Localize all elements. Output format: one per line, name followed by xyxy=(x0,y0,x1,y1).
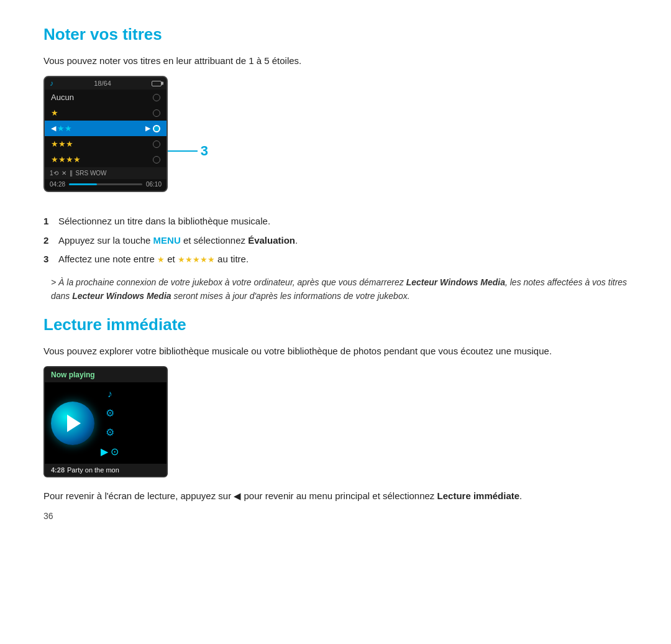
shuffle-icon: ✕ xyxy=(62,170,66,177)
time-total: 06:10 xyxy=(146,181,162,188)
closing-bold-text: Lecture immédiate xyxy=(437,490,520,501)
time-current: 04:28 xyxy=(50,181,65,188)
note-block: > À la prochaine connexion de votre juke… xyxy=(43,275,628,303)
rating-device-screen: ♪ 18/64 Aucun ★ ◀ ★★ ▶ ★★★ ★★★ xyxy=(43,76,168,203)
equalizer-icon: ‖ xyxy=(70,170,73,177)
star-max: ★★★★★ xyxy=(178,255,215,264)
np-play-button xyxy=(51,402,94,445)
track-count: 18/64 xyxy=(94,80,111,87)
np-now-playing-icon: ▶ ⊙ xyxy=(101,446,119,458)
row-label: Aucun xyxy=(51,93,74,102)
step-3: 3 Affectez une note entre ★ et ★★★★★ au … xyxy=(43,252,628,267)
rating-row-4star: ★★★★ xyxy=(45,152,167,167)
np-song-name: Party on the mon xyxy=(67,466,119,474)
np-footer: 4:28 Party on the mon xyxy=(45,464,167,476)
page-number: 36 xyxy=(43,511,628,521)
srs-wow-label: SRS WOW xyxy=(76,170,107,177)
stars-1: ★ xyxy=(51,108,58,117)
rating-row-1star: ★ xyxy=(45,105,167,121)
arrow-left-icon: ◀ xyxy=(51,124,56,132)
play-triangle-icon xyxy=(67,415,81,432)
section2-intro: Vous pouvez explorer votre bibliothèque … xyxy=(43,346,628,356)
progress-bar xyxy=(69,183,142,185)
stars-4: ★★★★ xyxy=(51,155,81,164)
np-camera-icon: ⚙ xyxy=(106,407,114,419)
step-1: 1 Sélectionnez un titre dans la biblioth… xyxy=(43,214,628,229)
stars-2-cyan: ★★ xyxy=(57,124,72,133)
np-icon-column: ♪ ⚙ ⚙ ▶ ⊙ xyxy=(101,389,119,458)
row-indicator xyxy=(153,140,160,148)
np-settings-icon: ⚙ xyxy=(106,426,114,438)
closing-period: . xyxy=(519,490,522,501)
section2-title: Lecture immédiate xyxy=(43,315,628,334)
callout-number: 3 xyxy=(201,143,208,159)
closing-paragraph: Pour revenir à l'écran de lecture, appuy… xyxy=(43,489,628,504)
row-indicator xyxy=(153,94,160,101)
np-music-icon: ♪ xyxy=(107,389,112,400)
device-progress-row: 04:28 06:10 xyxy=(45,179,167,191)
stars-3: ★★★ xyxy=(51,139,73,149)
now-playing-device: Now playing ♪ ⚙ ⚙ ▶ ⊙ 4:28 Party on the … xyxy=(43,366,168,477)
device-footer-icons: 1⟲ ✕ ‖ SRS WOW xyxy=(45,167,167,179)
callout-3: 3 xyxy=(168,143,208,159)
steps-list: 1 Sélectionnez un titre dans la biblioth… xyxy=(43,214,628,267)
rating-row-none: Aucun xyxy=(45,90,167,105)
np-body: ♪ ⚙ ⚙ ▶ ⊙ xyxy=(45,382,167,464)
repeat-icon: 1⟲ xyxy=(50,170,58,177)
row-indicator xyxy=(153,156,160,163)
music-icon: ♪ xyxy=(50,79,53,88)
section1-title: Noter vos titres xyxy=(43,25,628,44)
row-indicator xyxy=(153,109,160,117)
closing-text-after: pour revenir au menu principal et sélect… xyxy=(241,490,437,501)
rating-row-3star: ★★★ xyxy=(45,136,167,152)
progress-fill xyxy=(69,183,97,185)
step-2: 2 Appuyez sur la touche MENU et sélectio… xyxy=(43,234,628,248)
arrow-right-icon: ▶ xyxy=(145,124,150,132)
rating-row-2star-selected: ◀ ★★ ▶ xyxy=(45,121,167,136)
section1-intro: Vous pouvez noter vos titres en leur att… xyxy=(43,55,628,66)
menu-keyword: MENU xyxy=(153,235,181,246)
np-header: Now playing xyxy=(45,367,167,382)
radio-selected xyxy=(153,125,160,132)
closing-text-before: Pour revenir à l'écran de lecture, appuy… xyxy=(43,490,234,501)
np-time: 4:28 xyxy=(51,466,65,474)
closing-arrow-symbol: ◀ xyxy=(234,490,241,501)
star-min: ★ xyxy=(157,255,165,264)
battery-icon xyxy=(152,81,162,86)
evaluation-keyword: Évaluation xyxy=(248,235,295,246)
device-header: ♪ 18/64 xyxy=(45,77,167,90)
